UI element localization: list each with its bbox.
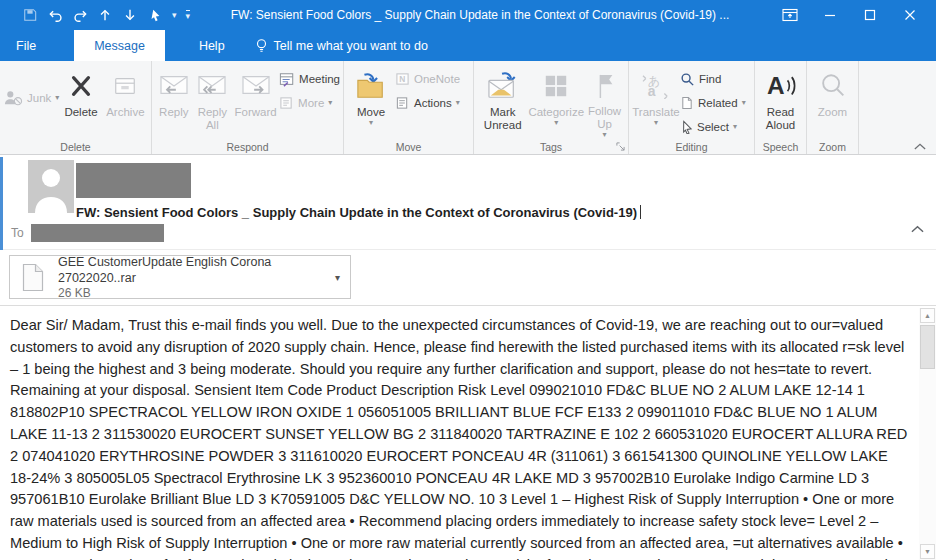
subject-line: FW: Sensient Food Colors _ Supply Chain …	[76, 205, 641, 220]
collapse-header-icon[interactable]	[911, 225, 924, 233]
move-down-icon[interactable]	[122, 7, 138, 23]
group-label-tags: Tags	[474, 141, 628, 153]
onenote-label: OneNote	[414, 73, 460, 85]
more-caret-icon: ▾	[328, 99, 332, 107]
svg-text:a: a	[648, 83, 656, 99]
ribbon-group-delete: Junk ▾ Delete Archive Delete	[0, 61, 152, 154]
tell-me-label: Tell me what you want to do	[274, 39, 428, 53]
tab-help[interactable]: Help	[183, 30, 241, 61]
tell-me-box[interactable]: Tell me what you want to do	[241, 30, 428, 61]
junk-label: Junk	[27, 92, 51, 104]
attachment-name: GEE CustomerUpdate English Corona 270220…	[58, 254, 335, 286]
lightbulb-icon	[255, 38, 268, 54]
group-label-respond: Respond	[152, 141, 343, 153]
reply-button[interactable]: Reply	[155, 67, 193, 139]
archive-button[interactable]: Archive	[103, 67, 148, 139]
junk-button[interactable]: Junk ▾	[3, 89, 59, 107]
attachment-dropdown-icon[interactable]: ▾	[335, 272, 340, 283]
read-aloud-button[interactable]: A Read Aloud	[758, 67, 803, 139]
zoom-magnifier-icon	[818, 69, 848, 103]
sender-name-redacted	[76, 163, 191, 198]
redo-icon[interactable]	[72, 7, 88, 23]
touch-mode-icon[interactable]	[147, 7, 163, 23]
move-caret-icon: ▾	[369, 119, 373, 127]
ribbon-group-tags: Mark Unread Categorize ▾ Follow Up ▾ Tag…	[474, 61, 629, 154]
file-icon	[22, 263, 44, 292]
follow-up-label: Follow Up	[584, 105, 625, 131]
close-button[interactable]	[890, 0, 930, 30]
translate-button[interactable]: あa Translate ▾	[632, 67, 680, 139]
mark-unread-button[interactable]: Mark Unread	[477, 67, 528, 139]
more-label: More	[298, 97, 324, 109]
onenote-icon: N	[395, 72, 410, 86]
forward-button[interactable]: Forward	[232, 67, 279, 139]
move-button[interactable]: Move ▾	[347, 67, 395, 139]
junk-icon	[3, 89, 23, 107]
editing-small-column: Find Related ▾ Select ▾	[680, 67, 746, 137]
onenote-button[interactable]: N OneNote	[395, 69, 460, 89]
tab-file[interactable]: File	[0, 30, 52, 61]
ribbon-group-zoom: Zoom Zoom	[807, 61, 859, 154]
follow-up-caret-icon: ▾	[603, 131, 607, 139]
reply-all-envelope-icon	[195, 69, 229, 103]
read-aloud-icon: A	[765, 69, 797, 103]
body-scrollbar[interactable]: ▲ ▼	[919, 308, 936, 560]
categorize-button[interactable]: Categorize ▾	[528, 67, 584, 139]
find-icon	[680, 72, 695, 87]
reply-all-button[interactable]: Reply All	[193, 67, 232, 139]
reply-envelope-icon	[157, 69, 191, 103]
select-caret-icon: ▾	[733, 123, 737, 131]
tab-message[interactable]: Message	[74, 30, 165, 61]
related-button[interactable]: Related ▾	[680, 93, 746, 113]
actions-label: Actions	[414, 97, 452, 109]
meeting-button[interactable]: Meeting	[279, 69, 340, 89]
zoom-button[interactable]: Zoom	[810, 67, 855, 139]
meeting-label: Meeting	[299, 73, 340, 85]
scroll-down-icon[interactable]: ▼	[920, 544, 935, 559]
group-label-delete: Delete	[0, 141, 151, 153]
window-title: FW: Sensient Food Colors _ Supply Chain …	[190, 8, 770, 22]
save-icon[interactable]	[22, 7, 38, 23]
maximize-button[interactable]	[850, 0, 890, 30]
delete-x-icon	[67, 69, 95, 103]
categorize-icon	[543, 69, 569, 103]
move-up-icon[interactable]	[97, 7, 113, 23]
title-bar: ▾ ▾ FW: Sensient Food Colors _ Supply Ch…	[0, 0, 936, 30]
respond-small-column: Meeting More ▾	[279, 67, 340, 113]
undo-icon[interactable]	[47, 7, 63, 23]
attachment-texts: GEE CustomerUpdate English Corona 270220…	[58, 254, 335, 301]
select-button[interactable]: Select ▾	[680, 117, 746, 137]
touch-mode-caret-icon[interactable]: ▾	[172, 11, 177, 20]
attachment-size: 26 KB	[58, 286, 335, 301]
reply-all-label: Reply All	[193, 106, 232, 132]
to-label: To	[11, 226, 24, 240]
more-button[interactable]: More ▾	[279, 93, 340, 113]
outlook-message-window: ▾ ▾ FW: Sensient Food Colors _ Supply Ch…	[0, 0, 936, 560]
svg-text:N: N	[399, 74, 405, 84]
forward-label: Forward	[234, 106, 276, 119]
ribbon-tab-bar: File Message Help Tell me what you want …	[0, 30, 936, 61]
actions-icon	[395, 96, 410, 110]
text-cursor	[640, 205, 641, 219]
delete-button[interactable]: Delete	[59, 67, 102, 139]
ribbon-group-speech: A Read Aloud Speech	[755, 61, 807, 154]
move-folder-icon	[355, 69, 387, 103]
collapse-ribbon-icon[interactable]	[914, 143, 926, 150]
mark-unread-label: Mark Unread	[477, 106, 528, 132]
archive-label: Archive	[106, 106, 144, 119]
scroll-up-icon[interactable]: ▲	[920, 308, 935, 323]
translate-caret-icon: ▾	[654, 119, 658, 127]
attachment-card[interactable]: GEE CustomerUpdate English Corona 270220…	[9, 255, 351, 299]
follow-up-button[interactable]: Follow Up ▾	[584, 67, 625, 139]
read-aloud-label: Read Aloud	[758, 106, 803, 132]
svg-text:A: A	[766, 72, 784, 99]
ribbon-display-options-icon[interactable]	[770, 0, 810, 30]
sender-avatar[interactable]	[28, 160, 74, 213]
minimize-button[interactable]	[810, 0, 850, 30]
scrollbar-thumb[interactable]	[920, 325, 935, 369]
subject-text: FW: Sensient Food Colors _ Supply Chain …	[76, 205, 637, 220]
select-cursor-icon	[680, 120, 693, 134]
actions-button[interactable]: Actions ▾	[395, 93, 460, 113]
recipient-redacted	[31, 224, 164, 242]
find-button[interactable]: Find	[680, 69, 746, 89]
